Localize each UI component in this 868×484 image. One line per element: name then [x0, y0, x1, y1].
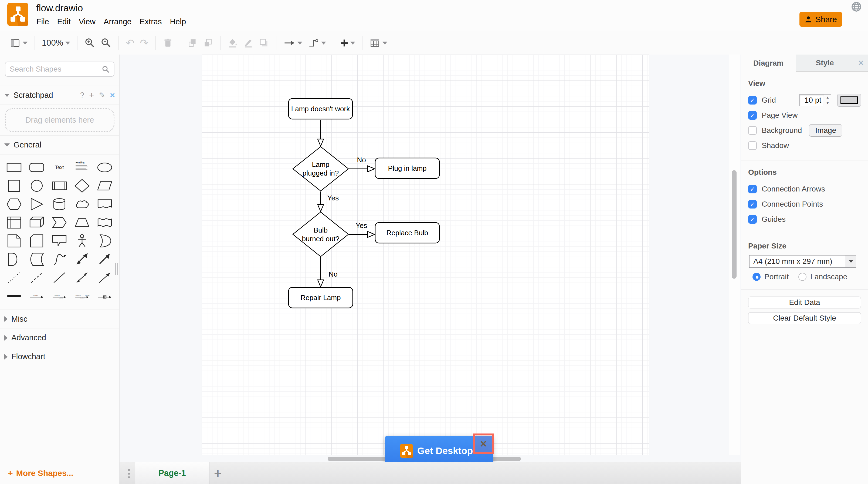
- table-button[interactable]: [367, 36, 390, 50]
- shape-arrow[interactable]: [95, 251, 115, 268]
- language-globe-icon[interactable]: [851, 1, 862, 12]
- shape-cylinder[interactable]: [50, 196, 69, 212]
- menu-view[interactable]: View: [75, 16, 100, 28]
- shape-document[interactable]: [95, 196, 115, 212]
- shape-source-target-arrow[interactable]: SourceLabelTarget: [72, 288, 92, 304]
- edit-data-button[interactable]: Edit Data: [748, 296, 861, 308]
- grid-checkbox[interactable]: ✓: [748, 96, 757, 105]
- shape-parallelogram[interactable]: [95, 177, 115, 194]
- shape-rectangle[interactable]: [4, 159, 24, 176]
- page-tab-1[interactable]: Page-1: [135, 462, 210, 484]
- shape-note[interactable]: [4, 232, 24, 249]
- scratchpad-header[interactable]: Scratchpad ? + ✎ ×: [0, 86, 119, 105]
- line-color-button[interactable]: [241, 37, 256, 49]
- background-checkbox[interactable]: [748, 126, 757, 135]
- shape-square[interactable]: [4, 177, 24, 194]
- section-general[interactable]: General: [0, 136, 119, 154]
- fill-color-button[interactable]: [225, 37, 241, 49]
- shape-rounded-rectangle[interactable]: [27, 159, 47, 176]
- connection-points-checkbox[interactable]: ✓: [748, 200, 757, 208]
- shape-box-arrow[interactable]: [95, 288, 115, 304]
- shape-triangle[interactable]: [27, 196, 47, 212]
- clear-default-style-button[interactable]: Clear Default Style: [748, 312, 861, 324]
- shape-curve[interactable]: [50, 251, 69, 268]
- edit-pencil-icon[interactable]: ✎: [99, 91, 105, 99]
- grid-size-stepper[interactable]: ▲▼: [824, 94, 831, 106]
- delete-button[interactable]: [160, 37, 176, 49]
- drawing-page[interactable]: [202, 55, 649, 455]
- menu-extras[interactable]: Extras: [135, 16, 166, 28]
- shape-process[interactable]: [50, 177, 69, 194]
- shape-label-arrow[interactable]: Label: [27, 288, 47, 304]
- add-icon[interactable]: +: [89, 90, 94, 100]
- shape-actor[interactable]: [72, 232, 92, 249]
- menu-arrange[interactable]: Arrange: [100, 16, 135, 28]
- shape-and[interactable]: [4, 251, 24, 268]
- shape-circle[interactable]: [27, 177, 47, 194]
- banner-title[interactable]: Get Desktop: [417, 445, 473, 456]
- shape-or[interactable]: [95, 232, 115, 249]
- shape-internal-storage[interactable]: [4, 214, 24, 231]
- shape-callout[interactable]: [50, 232, 69, 249]
- landscape-radio[interactable]: [798, 273, 806, 281]
- to-front-button[interactable]: [185, 37, 200, 49]
- shape-card[interactable]: [27, 232, 47, 249]
- help-icon[interactable]: ?: [80, 91, 84, 99]
- shape-tape[interactable]: [95, 214, 115, 231]
- section-misc[interactable]: Misc: [0, 310, 119, 329]
- shape-dotted-line[interactable]: [4, 269, 24, 286]
- close-panel-icon[interactable]: ×: [854, 55, 868, 72]
- shape-bidirectional-arrow[interactable]: [72, 251, 92, 268]
- share-button[interactable]: Share: [800, 12, 842, 27]
- connection-arrows-checkbox[interactable]: ✓: [748, 185, 757, 193]
- shape-ellipse[interactable]: [95, 159, 115, 176]
- section-flowchart[interactable]: Flowchart: [0, 347, 119, 366]
- tab-style[interactable]: Style: [796, 55, 854, 72]
- background-image-button[interactable]: Image: [809, 124, 842, 137]
- grid-color-button[interactable]: [837, 94, 861, 107]
- banner-close-highlight[interactable]: ×: [473, 433, 494, 454]
- menu-edit[interactable]: Edit: [53, 16, 75, 28]
- shape-bidirectional-connector[interactable]: [72, 269, 92, 286]
- zoom-in-button[interactable]: [82, 36, 98, 50]
- to-back-button[interactable]: [200, 37, 216, 49]
- shape-cube[interactable]: [27, 214, 47, 231]
- page-view-checkbox[interactable]: ✓: [748, 111, 757, 120]
- shadow-button[interactable]: [256, 37, 272, 49]
- diagram-canvas[interactable]: NoYesYesNoLamp doesn't workLampplugged i…: [120, 55, 741, 462]
- waypoints-button[interactable]: [305, 36, 329, 50]
- redo-button[interactable]: ↷: [137, 37, 151, 49]
- shape-directional-connector[interactable]: [95, 269, 115, 286]
- shape-trapezoid[interactable]: [72, 214, 92, 231]
- add-page-button[interactable]: +: [210, 462, 226, 484]
- connection-style-button[interactable]: [281, 36, 305, 50]
- menu-file[interactable]: File: [32, 16, 53, 28]
- shape-dashed-line[interactable]: [27, 269, 47, 286]
- insert-button[interactable]: +: [338, 36, 358, 50]
- paper-size-select[interactable]: A4 (210 mm x 297 mm): [749, 255, 856, 268]
- view-panels-button[interactable]: [7, 36, 30, 50]
- zoom-out-button[interactable]: [98, 36, 114, 50]
- close-icon[interactable]: ×: [480, 438, 487, 449]
- shape-step[interactable]: [50, 214, 69, 231]
- pages-menu-icon[interactable]: [124, 466, 133, 481]
- search-input[interactable]: Search Shapes: [5, 62, 115, 77]
- shape-data-storage[interactable]: [27, 251, 47, 268]
- guides-checkbox[interactable]: ✓: [748, 215, 757, 224]
- section-advanced[interactable]: Advanced: [0, 329, 119, 347]
- undo-button[interactable]: ↶: [123, 37, 137, 49]
- shape-diamond[interactable]: [72, 177, 92, 194]
- shape-source-label-arrow[interactable]: SourceLabel: [50, 288, 69, 304]
- more-shapes-button[interactable]: + More Shapes...: [0, 462, 120, 484]
- tab-diagram[interactable]: Diagram: [741, 55, 796, 72]
- shape-line[interactable]: [50, 269, 69, 286]
- shape-hexagon[interactable]: [4, 196, 24, 212]
- close-icon[interactable]: ×: [110, 90, 115, 100]
- shadow-checkbox[interactable]: [748, 141, 757, 150]
- grid-size-input[interactable]: 10 pt: [800, 94, 824, 106]
- shape-link[interactable]: [4, 288, 24, 304]
- portrait-radio[interactable]: [752, 273, 761, 281]
- sidebar-resize-handle[interactable]: [115, 263, 119, 275]
- shape-cloud[interactable]: [72, 196, 92, 212]
- shape-textbox[interactable]: Heading: [72, 159, 92, 176]
